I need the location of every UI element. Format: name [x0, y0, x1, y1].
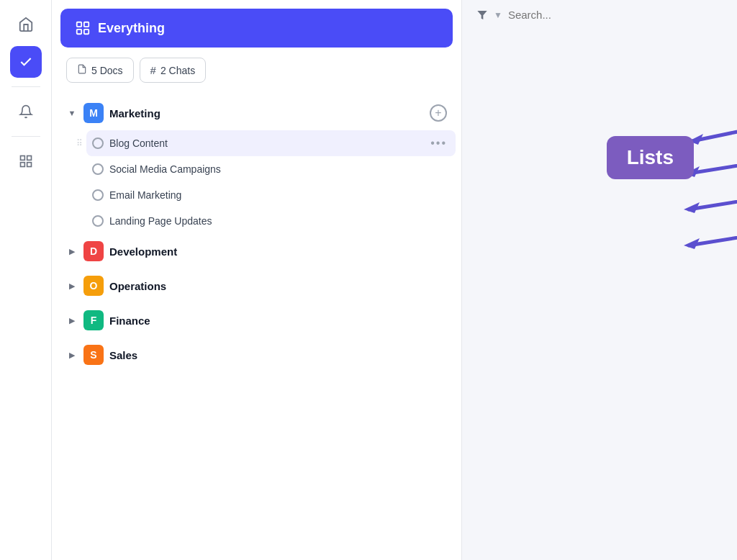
marketing-chevron-icon: ▼ — [66, 109, 78, 117]
docs-tab[interactable]: 5 Docs — [66, 58, 134, 83]
everything-header[interactable]: Everything — [60, 9, 453, 48]
nav-divider-2 — [12, 136, 40, 137]
list-status-icon-3 — [92, 189, 104, 201]
marketing-space-header[interactable]: ▼ M Marketing + — [58, 96, 456, 130]
list-status-icon-4 — [92, 215, 104, 227]
svg-rect-3 — [27, 163, 31, 167]
social-media-list-item[interactable]: Social Media Campaigns ••• — [86, 156, 456, 182]
svg-marker-8 — [477, 11, 487, 19]
sales-space-header[interactable]: ▶ S Sales — [58, 338, 456, 372]
sales-name: Sales — [109, 349, 447, 361]
finance-space-header[interactable]: ▶ F Finance — [58, 303, 456, 338]
svg-rect-6 — [77, 30, 81, 34]
chats-tab[interactable]: # 2 Chats — [140, 58, 207, 83]
landing-page-list-item[interactable]: Landing Page Updates ••• — [86, 208, 456, 234]
bell-nav-icon[interactable] — [10, 96, 42, 127]
marketing-lists: ⠿ Blog Content ••• Social Media Campaign… — [58, 130, 456, 234]
development-space-header[interactable]: ▶ D Development — [58, 234, 456, 268]
right-panel: ▼ Lists — [462, 0, 737, 560]
everything-icon — [75, 20, 91, 36]
finance-chevron-icon: ▶ — [66, 316, 78, 325]
development-chevron-icon: ▶ — [66, 247, 78, 256]
nav-divider — [12, 86, 40, 87]
list-status-icon-2 — [92, 163, 104, 175]
apps-nav-icon[interactable] — [10, 145, 42, 177]
filter-button[interactable] — [476, 9, 488, 21]
annotation-area: Lists — [462, 30, 737, 560]
svg-rect-4 — [77, 22, 81, 27]
search-input[interactable] — [508, 9, 723, 21]
hash-icon: # — [150, 64, 156, 76]
sales-avatar: S — [83, 345, 104, 365]
lists-annotation-badge: Lists — [607, 136, 694, 179]
finance-avatar: F — [83, 310, 104, 330]
filter-dropdown-icon[interactable]: ▼ — [494, 10, 502, 20]
operations-name: Operations — [109, 280, 447, 292]
top-bar: ▼ — [462, 0, 737, 30]
docs-icon — [77, 64, 87, 76]
drag-handle-icon: ⠿ — [76, 138, 83, 148]
spaces-section: ▼ M Marketing + ⠿ Blog Content ••• Socia… — [52, 93, 461, 375]
home-nav-icon[interactable] — [10, 9, 42, 40]
tasks-nav-icon[interactable] — [10, 46, 42, 78]
marketing-name: Marketing — [109, 107, 424, 119]
development-avatar: D — [83, 241, 104, 261]
finance-name: Finance — [109, 315, 447, 327]
tabs-row: 5 Docs # 2 Chats — [52, 48, 461, 93]
chats-tab-label: 2 Chats — [160, 65, 195, 76]
email-marketing-list-item[interactable]: Email Marketing ••• — [86, 182, 456, 208]
svg-rect-5 — [84, 22, 89, 27]
marketing-add-button[interactable]: + — [430, 104, 447, 122]
svg-rect-0 — [20, 156, 24, 161]
left-nav — [0, 0, 52, 560]
blog-content-list-item[interactable]: ⠿ Blog Content ••• — [86, 130, 456, 156]
docs-tab-label: 5 Docs — [91, 65, 123, 76]
operations-space-header[interactable]: ▶ O Operations — [58, 268, 456, 303]
annotation-arrows — [649, 101, 737, 317]
landing-page-label: Landing Page Updates — [109, 215, 425, 227]
everything-label: Everything — [98, 21, 165, 36]
development-name: Development — [109, 245, 447, 258]
svg-rect-2 — [20, 163, 24, 167]
operations-avatar: O — [83, 276, 104, 296]
sales-chevron-icon: ▶ — [66, 351, 78, 360]
svg-rect-1 — [27, 156, 31, 161]
operations-chevron-icon: ▶ — [66, 281, 78, 291]
email-marketing-label: Email Marketing — [109, 189, 425, 201]
social-media-label: Social Media Campaigns — [109, 163, 425, 175]
svg-rect-7 — [84, 30, 89, 34]
marketing-avatar: M — [83, 103, 104, 123]
blog-content-more-button[interactable]: ••• — [430, 137, 447, 150]
sidebar: Everything 5 Docs # 2 Chats ▼ M Marketin… — [52, 0, 462, 560]
blog-content-label: Blog Content — [109, 137, 425, 149]
list-status-icon — [92, 137, 104, 149]
